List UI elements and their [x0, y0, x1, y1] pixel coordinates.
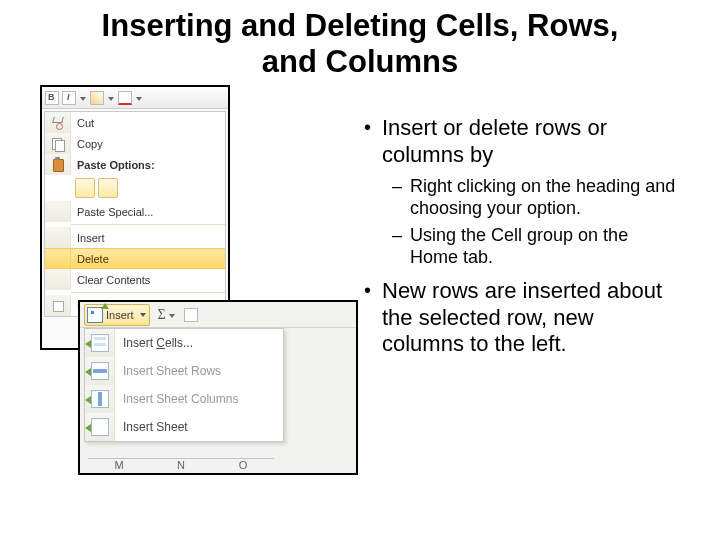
insert-menu-item: Insert Sheet Columns [85, 385, 283, 413]
insert-cells-icon [91, 334, 109, 352]
menu-item-label: Clear Contents [71, 274, 225, 286]
column-letters: M N O [88, 458, 274, 471]
menu-item-label: Paste Options: [71, 159, 225, 171]
menu-gutter [85, 329, 115, 357]
sub-bullet-list: Right clicking on the heading and choosi… [382, 176, 680, 268]
menu-item-label: Insert Sheet Rows [115, 364, 221, 378]
insert-menu-item[interactable]: Insert Cells... [85, 329, 283, 357]
paste-option-button[interactable] [75, 178, 95, 198]
menu-item-label: Insert Sheet [115, 420, 188, 434]
bullet-item: New rows are inserted about the selected… [358, 278, 680, 357]
paste-option-button[interactable] [98, 178, 118, 198]
dropdown-icon [107, 91, 115, 105]
context-menu-item[interactable]: Cut [45, 112, 225, 133]
col-letter: M [88, 458, 150, 471]
autosum-icon: Σ [158, 307, 166, 323]
insert-dropdown-screenshot: Insert Σ Insert Cells...Insert Sheet Row… [78, 300, 358, 475]
menu-gutter [45, 227, 71, 248]
mini-toolbar [42, 87, 228, 109]
insert-rows-icon [91, 362, 109, 380]
menu-item-label: Insert Sheet Columns [115, 392, 238, 406]
insert-dropdown-menu: Insert Cells...Insert Sheet RowsInsert S… [84, 328, 284, 442]
context-menu-item[interactable]: Paste Special... [45, 201, 225, 222]
slide-title: Inserting and Deleting Cells, Rows, and … [80, 8, 640, 79]
menu-gutter [85, 413, 115, 441]
bullet-list: Insert or delete rows or columns byRight… [358, 115, 680, 357]
menu-item-label: Paste Special... [71, 206, 225, 218]
insert-menu-item: Insert Sheet Rows [85, 357, 283, 385]
menu-gutter [45, 154, 71, 175]
insert-cols-icon [91, 390, 109, 408]
insert-sheet-icon [91, 418, 109, 436]
ribbon-small-icon [184, 308, 198, 322]
ribbon-strip: Insert Σ [80, 302, 356, 328]
bold-icon [45, 91, 59, 105]
fill-color-icon [90, 91, 104, 105]
sub-bullet-item: Using the Cell group on the Home tab. [382, 225, 680, 268]
menu-item-label: Cut [71, 117, 225, 129]
menu-separator [71, 224, 225, 225]
insert-icon [87, 307, 103, 323]
dropdown-icon [79, 91, 87, 105]
copy-icon [51, 137, 65, 151]
dropdown-icon [135, 91, 143, 105]
paste-icon [51, 158, 65, 172]
text-column: Insert or delete rows or columns byRight… [358, 85, 680, 505]
context-menu-item[interactable]: Delete [45, 248, 225, 269]
font-color-icon [118, 91, 132, 105]
col-letter: O [212, 458, 274, 471]
screenshots-column: CutCopyPaste Options:Paste Special...Ins… [40, 85, 340, 505]
insert-menu-item[interactable]: Insert Sheet [85, 413, 283, 441]
menu-gutter [45, 112, 71, 133]
paste-options-row [45, 175, 225, 201]
chevron-down-icon [139, 311, 147, 319]
context-menu-item[interactable]: Clear Contents [45, 269, 225, 290]
italic-icon [62, 91, 76, 105]
context-menu-item[interactable]: Copy [45, 133, 225, 154]
context-menu: CutCopyPaste Options:Paste Special...Ins… [44, 111, 226, 317]
context-menu-item[interactable]: Insert [45, 227, 225, 248]
sub-bullet-item: Right clicking on the heading and choosi… [382, 176, 680, 219]
bullet-item: Insert or delete rows or columns byRight… [358, 115, 680, 268]
insert-button-label: Insert [106, 309, 134, 321]
menu-gutter [85, 385, 115, 413]
menu-separator [71, 292, 225, 293]
context-menu-item[interactable]: Paste Options: [45, 154, 225, 175]
content-row: CutCopyPaste Options:Paste Special...Ins… [40, 85, 680, 505]
menu-item-label: Copy [71, 138, 225, 150]
menu-gutter [85, 357, 115, 385]
menu-item-label: Delete [71, 253, 225, 265]
menu-item-label: Insert [71, 232, 225, 244]
col-letter: N [150, 458, 212, 471]
format-icon [51, 299, 65, 313]
insert-split-button[interactable]: Insert [84, 304, 150, 326]
menu-gutter [45, 201, 71, 222]
menu-item-label: Insert Cells... [115, 336, 193, 350]
menu-gutter [45, 133, 71, 154]
menu-gutter [45, 269, 71, 290]
dropdown-icon [168, 308, 176, 322]
menu-gutter [45, 249, 71, 268]
menu-gutter [45, 295, 71, 316]
small-icon-group [184, 308, 198, 322]
slide: Inserting and Deleting Cells, Rows, and … [0, 0, 720, 540]
cut-icon [51, 116, 65, 130]
